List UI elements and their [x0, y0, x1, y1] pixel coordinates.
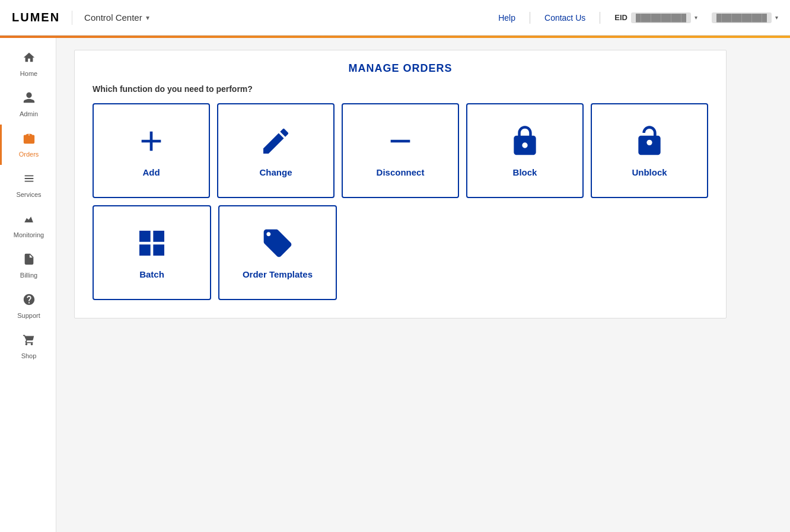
- monitoring-label: Monitoring: [14, 231, 44, 238]
- divider: [530, 12, 530, 24]
- orders-label: Orders: [19, 151, 39, 158]
- block-label: Block: [513, 167, 537, 177]
- grid-icon: [135, 227, 168, 262]
- disconnect-card[interactable]: Disconnect: [342, 103, 459, 198]
- manage-orders-panel: MANAGE ORDERS Which function do you need…: [74, 50, 727, 318]
- support-label: Support: [17, 312, 40, 319]
- admin-label: Admin: [20, 110, 38, 117]
- sidebar: Home Admin Orders Services Monitoring: [0, 38, 56, 532]
- order-cards-grid: Add Change Disconnect: [93, 103, 708, 300]
- divider2: [600, 12, 600, 24]
- control-center-button[interactable]: Control Center ▾: [84, 12, 149, 23]
- order-cards-row-1: Add Change Disconnect: [93, 103, 708, 198]
- block-card[interactable]: Block: [466, 103, 584, 198]
- disconnect-label: Disconnect: [377, 167, 425, 177]
- batch-label: Batch: [139, 269, 164, 279]
- logo: LUMEN: [12, 11, 60, 24]
- sidebar-item-orders[interactable]: Orders: [0, 125, 56, 165]
- sidebar-item-shop[interactable]: Shop: [0, 326, 56, 367]
- minus-icon: [384, 125, 417, 160]
- sidebar-item-home[interactable]: Home: [0, 44, 56, 84]
- shop-label: Shop: [21, 352, 37, 359]
- contact-us-link[interactable]: Contact Us: [544, 13, 585, 23]
- support-icon: [23, 293, 36, 310]
- main-content: MANAGE ORDERS Which function do you need…: [56, 38, 790, 532]
- nav-divider: [72, 11, 72, 25]
- tag-icon: [261, 227, 294, 262]
- pencil-icon: [259, 125, 292, 160]
- unlock-icon: [633, 125, 666, 160]
- eid-value: ██████████: [631, 12, 691, 23]
- page-title: MANAGE ORDERS: [93, 62, 708, 75]
- admin-icon: [23, 91, 36, 108]
- home-label: Home: [20, 70, 37, 77]
- unblock-label: Unblock: [632, 167, 667, 177]
- orders-icon: [23, 132, 36, 148]
- billing-icon: [23, 253, 36, 269]
- sidebar-item-admin[interactable]: Admin: [0, 84, 56, 125]
- app-layout: Home Admin Orders Services Monitoring: [0, 38, 790, 532]
- billing-label: Billing: [20, 272, 37, 279]
- logo-text: LUMEN: [12, 11, 60, 24]
- user-chevron-icon[interactable]: ▾: [775, 14, 778, 21]
- function-question: Which function do you need to perform?: [93, 84, 708, 94]
- user-value: ██████████: [712, 12, 772, 23]
- add-card[interactable]: Add: [93, 103, 210, 198]
- change-card[interactable]: Change: [217, 103, 335, 198]
- lock-icon: [508, 125, 541, 160]
- sidebar-item-support[interactable]: Support: [0, 286, 56, 326]
- sidebar-item-monitoring[interactable]: Monitoring: [0, 205, 56, 246]
- chevron-down-icon: ▾: [146, 14, 149, 22]
- top-navigation: LUMEN Control Center ▾ Help Contact Us E…: [0, 0, 790, 36]
- unblock-card[interactable]: Unblock: [591, 103, 708, 198]
- sidebar-item-billing[interactable]: Billing: [0, 246, 56, 286]
- order-templates-label: Order Templates: [243, 269, 313, 279]
- monitoring-icon: [23, 212, 36, 229]
- help-link[interactable]: Help: [498, 13, 515, 23]
- order-cards-row-2: Batch Order Templates: [93, 205, 708, 300]
- user-section: ██████████ ▾: [712, 12, 778, 23]
- control-center-label: Control Center: [84, 12, 142, 23]
- services-icon: [23, 172, 36, 189]
- shop-icon: [23, 333, 36, 350]
- batch-card[interactable]: Batch: [93, 205, 211, 300]
- top-nav-right: Help Contact Us EID ██████████ ▾ ███████…: [498, 12, 778, 24]
- home-icon: [23, 51, 36, 68]
- services-label: Services: [16, 191, 41, 198]
- eid-section: EID ██████████ ▾: [614, 12, 697, 23]
- change-label: Change: [259, 167, 292, 177]
- order-templates-card[interactable]: Order Templates: [218, 205, 337, 300]
- plus-icon: [135, 125, 168, 160]
- eid-label: EID: [614, 13, 627, 22]
- add-label: Add: [142, 167, 160, 177]
- sidebar-item-services[interactable]: Services: [0, 165, 56, 205]
- eid-chevron-icon[interactable]: ▾: [695, 14, 697, 21]
